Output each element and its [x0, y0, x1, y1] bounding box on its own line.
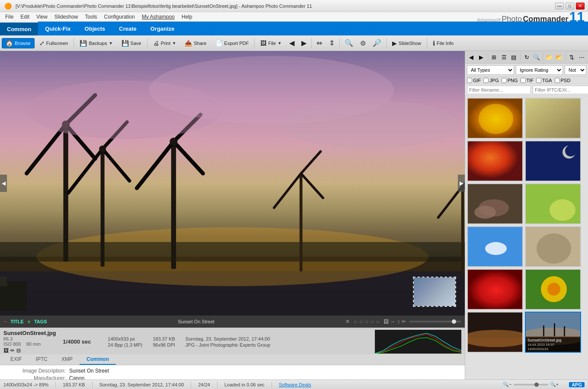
zoom-out-button[interactable]: 🔍	[342, 37, 356, 49]
panel-folder-open-btn[interactable]: 📂	[555, 52, 564, 62]
tab-quickfix[interactable]: Quick-Fix	[38, 22, 77, 35]
meta-tab-exif[interactable]: EXIF	[3, 354, 29, 365]
iptc-filter[interactable]	[533, 86, 588, 94]
caption-plus-btn[interactable]: +	[27, 318, 31, 325]
menu-view[interactable]: View	[33, 13, 51, 21]
fullscreen-button[interactable]: ⤢ Fullscreen	[35, 38, 72, 48]
thumb-item-7[interactable]	[467, 226, 523, 267]
caption-minus-btn[interactable]: −	[3, 318, 7, 325]
tif-filter[interactable]: TIF	[521, 78, 534, 83]
psd-checkbox[interactable]	[555, 78, 560, 83]
tab-organize[interactable]: Organize	[144, 22, 182, 35]
png-filter[interactable]: PNG	[502, 78, 518, 83]
backups-button[interactable]: 💾 Backups ▼	[76, 38, 116, 48]
share-button[interactable]: 📤 Share	[181, 38, 210, 48]
tga-checkbox[interactable]	[536, 78, 541, 83]
thumb-item-10[interactable]	[525, 269, 581, 310]
zoom-slider[interactable]	[514, 384, 548, 386]
type-filter[interactable]: All Types	[467, 65, 514, 75]
panel-layout1-btn[interactable]: ⊞	[489, 52, 499, 62]
rating-filter[interactable]: Ignore Rating	[516, 65, 563, 75]
thumb-icon1[interactable]: 🖼	[3, 348, 9, 354]
flip-v-icon: ⇕	[329, 39, 335, 47]
print-button[interactable]: 🖨 Print ▼	[149, 38, 180, 48]
thumb-item-12[interactable]: SunsetOnStreet.jpg 19.04.2013 16:37 1400…	[525, 312, 581, 353]
menu-configuration[interactable]: Configuration	[101, 13, 138, 21]
thumb-item-1[interactable]	[467, 98, 523, 139]
panel-layout3-btn[interactable]: ▤	[509, 52, 518, 62]
zoom-fit-button[interactable]: ⊜	[357, 37, 369, 49]
flip-h-button[interactable]: ⇔	[313, 37, 325, 49]
caption-close-btn[interactable]: ✕	[345, 319, 350, 325]
export-pdf-button[interactable]: 📄 Export PDF	[211, 38, 253, 48]
image-container[interactable]: ◀ ▶	[0, 51, 465, 316]
thumb-filename: SunsetOnStreet.jpg	[527, 338, 562, 342]
tab-create[interactable]: Create	[112, 22, 143, 35]
menu-file[interactable]: File	[2, 13, 17, 21]
jpg-checkbox[interactable]	[483, 78, 489, 83]
png-checkbox[interactable]	[502, 78, 507, 83]
menu-edit[interactable]: Edit	[17, 13, 33, 21]
caption-icon3[interactable]: ↕	[397, 319, 400, 325]
meta-tab-common[interactable]: Common	[80, 354, 116, 365]
status-software-deals[interactable]: Software Deals	[279, 382, 311, 387]
panel-more-btn[interactable]: ⋯	[577, 52, 586, 62]
minimize-button[interactable]: —	[555, 3, 564, 10]
tga-filter[interactable]: TGA	[536, 78, 552, 83]
meta-tab-xmp[interactable]: XMP	[54, 354, 80, 365]
panel-search-btn[interactable]: 🔍	[532, 52, 541, 62]
save-button[interactable]: 💾 Save	[118, 38, 145, 48]
thumb-item-5[interactable]	[467, 183, 523, 224]
thumb-icon3[interactable]: ⊟	[16, 348, 21, 354]
tif-checkbox[interactable]	[521, 78, 526, 83]
panel-back-btn[interactable]: ◀	[467, 52, 476, 62]
filename-filter[interactable]	[467, 86, 531, 94]
svg-rect-48	[468, 270, 523, 310]
thumb-item-8[interactable]	[525, 226, 581, 267]
gif-checkbox[interactable]	[467, 78, 472, 83]
panel-layout2-btn[interactable]: ☰	[499, 52, 508, 62]
menu-my-ashampoo[interactable]: My Ashampoo	[138, 13, 178, 21]
zoom-in-icon-status[interactable]: 🔍+	[550, 382, 559, 387]
thumb-item-11[interactable]	[467, 312, 523, 353]
menu-help[interactable]: Help	[178, 13, 196, 21]
thumb-item-9[interactable]	[467, 269, 523, 310]
file-button[interactable]: 🖼 File ▼	[256, 38, 285, 48]
panel-folder-new-btn[interactable]: 📁	[545, 52, 554, 62]
tab-common[interactable]: Common	[0, 22, 38, 35]
prev-button[interactable]: ◀	[286, 37, 297, 49]
slideshow-button[interactable]: ▶ SlideShow	[388, 38, 425, 48]
thumb4-img	[526, 141, 581, 182]
caption-icon1[interactable]: 🖼	[383, 319, 389, 325]
panel-sort-btn[interactable]: ⇅	[568, 52, 577, 62]
not-filter[interactable]: Not o	[565, 65, 586, 75]
maximize-button[interactable]: □	[566, 3, 574, 10]
caption-icon4[interactable]: ✏	[402, 319, 406, 325]
thumb-item-3[interactable]	[467, 140, 523, 182]
close-button[interactable]: ✕	[576, 3, 585, 10]
meta-tab-iptc[interactable]: IPTC	[29, 354, 54, 365]
zoom-out-icon[interactable]: 🔍−	[503, 382, 511, 387]
file-info-button[interactable]: ℹ File Info	[429, 38, 457, 48]
thumb-icon2[interactable]: ✏	[10, 348, 15, 354]
thumb-item-4[interactable]	[525, 140, 581, 182]
gif-filter[interactable]: GIF	[467, 78, 481, 83]
panel-fwd-btn[interactable]: ▶	[477, 52, 486, 62]
caption-slider-bar[interactable]	[409, 321, 461, 322]
menu-slideshow[interactable]: Slideshow	[51, 13, 82, 21]
menu-tools[interactable]: Tools	[82, 13, 101, 21]
psd-filter[interactable]: PSD	[555, 78, 571, 83]
flip-v-button[interactable]: ⇕	[326, 37, 338, 49]
browse-button[interactable]: 🏠 Browse	[2, 38, 35, 48]
next-nav-arrow[interactable]: ▶	[458, 175, 465, 192]
panel-refresh-btn[interactable]: ↻	[522, 52, 531, 62]
next-button[interactable]: ▶	[298, 37, 310, 49]
tab-objects[interactable]: Objects	[78, 22, 112, 35]
rating-stars[interactable]: ☆ ☆ ☆ ☆ ☆	[353, 319, 380, 325]
prev-nav-arrow[interactable]: ◀	[0, 175, 7, 192]
thumb-item-2[interactable]	[525, 98, 581, 139]
caption-icon2[interactable]: ↔	[390, 319, 396, 325]
zoom-in-button[interactable]: 🔎	[370, 37, 384, 49]
thumb-item-6[interactable]	[525, 183, 581, 224]
jpg-filter[interactable]: JPG	[483, 78, 499, 83]
